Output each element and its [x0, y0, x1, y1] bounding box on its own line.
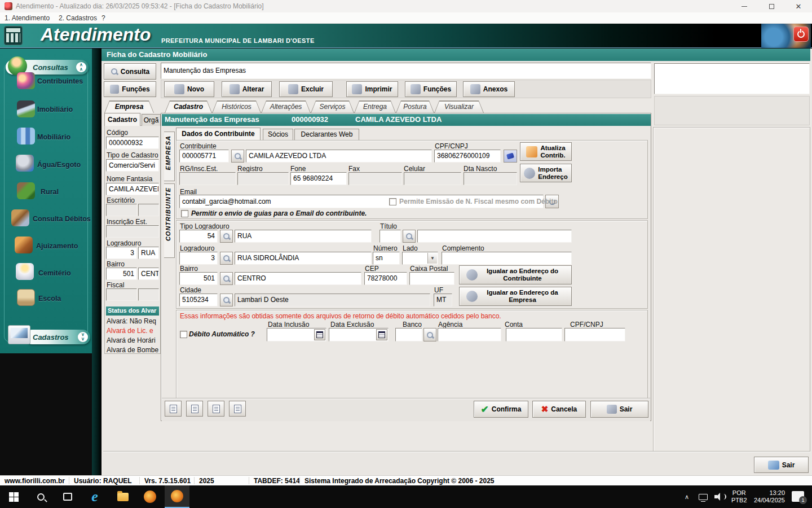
menu-help[interactable]: ? [102, 14, 105, 22]
cemiterio-icon[interactable] [16, 263, 34, 280]
logradouro-search[interactable] [220, 252, 233, 265]
file-explorer-icon[interactable] [111, 485, 135, 508]
side-tab-empresa[interactable]: EMPRESA [164, 132, 175, 181]
fiscal-field-1[interactable] [106, 288, 137, 301]
sidebar-item-ajuizamento[interactable]: Ajuizamento [36, 242, 78, 250]
bairro-num-field2[interactable]: 501 [179, 272, 218, 285]
escritorio-field-1[interactable] [106, 204, 137, 216]
tab-cadastro[interactable]: Cadastro [165, 100, 212, 113]
tab-visualizar[interactable]: Visualizar [434, 100, 484, 113]
menu-atendimento[interactable]: 1. Atendimento [5, 14, 50, 22]
close-button[interactable]: ✕ [786, 0, 811, 12]
tipo-cadastro-field[interactable]: Comercio/Servi [106, 159, 159, 172]
app-icon-1[interactable] [138, 485, 162, 508]
tab-dados-contribuinte[interactable]: Dados do Contribuinte [176, 128, 261, 140]
consulta-debitos-icon[interactable] [11, 209, 29, 226]
chevron-up-icon[interactable]: ∧∧ [76, 62, 86, 72]
banco-field[interactable] [395, 328, 422, 341]
registro-field[interactable] [237, 172, 289, 185]
power-button[interactable] [793, 27, 809, 42]
cancela-button[interactable]: ✖Cancela [532, 401, 586, 418]
tab-declarantes[interactable]: Declarantes Web [294, 129, 359, 140]
nav-next-button[interactable] [208, 401, 224, 417]
cidade-field[interactable]: Lambari D Oeste [235, 294, 430, 306]
taskbar-search-icon[interactable] [28, 485, 53, 508]
cep-field[interactable]: 78278000 [364, 272, 407, 285]
volume-icon[interactable] [711, 485, 728, 508]
nome-fantasia-field[interactable]: CAMILA AZEVED [106, 183, 159, 195]
form-sair-button[interactable]: Sair [590, 401, 648, 418]
imobiliario-icon[interactable] [17, 100, 35, 117]
nav-last-button[interactable] [229, 401, 246, 417]
cidade-search[interactable] [220, 294, 233, 306]
cidade-num-field[interactable]: 5105234 [179, 294, 218, 306]
tab-socios[interactable]: Sócios [263, 129, 293, 140]
logradouro-field[interactable]: RUA [138, 247, 159, 259]
action-center-icon[interactable]: 1 [792, 491, 804, 502]
titulo-num-field[interactable] [379, 230, 401, 243]
escritorio-field-2[interactable] [138, 204, 159, 216]
data-inclusao-field[interactable] [267, 328, 326, 341]
tipo-logradouro-num-field[interactable]: 54 [179, 230, 218, 243]
sidebar-item-imobiliario[interactable]: Imobiliário [37, 106, 73, 113]
bairro-field2[interactable]: CENTRO [235, 272, 361, 285]
sidebar-item-consulta-debitos[interactable]: Consulta Débitos [33, 215, 91, 223]
clock[interactable]: 13:2024/04/2025 [750, 489, 785, 504]
numero-field[interactable]: sn [373, 252, 400, 265]
side-tab-contribuinte[interactable]: CONTRIBUINTE [164, 183, 175, 258]
contribuinte-search-button[interactable] [231, 150, 244, 163]
igualar-empresa-button[interactable]: Igualar ao Endereço da Empresa [459, 287, 572, 306]
fiscal-field-2[interactable] [138, 288, 159, 301]
side-tab-orgao[interactable]: Orgã [142, 114, 161, 126]
tab-entrega[interactable]: Entrega [354, 100, 396, 113]
cadastros-icon[interactable] [8, 325, 30, 344]
escola-icon[interactable] [17, 289, 35, 306]
cpf-field[interactable]: 36806276000109 [434, 150, 501, 163]
titulo-search[interactable] [403, 230, 416, 243]
sidebar-item-cemiterio[interactable]: Cemitério [38, 269, 71, 277]
consulta-button[interactable]: Consulta [104, 63, 156, 80]
logradouro-field2[interactable]: RUA SIDROLÂNDIA [235, 252, 372, 265]
nav-first-button[interactable] [165, 401, 182, 417]
nav-prev-button[interactable] [186, 401, 203, 417]
maximize-button[interactable] [759, 0, 784, 12]
sidebar-item-rural[interactable]: Rural [41, 188, 59, 196]
igualar-contribuinte-button[interactable]: Igualar ao Endereço do Contribuinte [459, 265, 572, 284]
confirma-button[interactable]: ✔Confirma [474, 401, 528, 418]
conta-field[interactable] [506, 328, 562, 341]
fone-field[interactable]: 65 96809224 [290, 172, 347, 185]
inscricao-field[interactable] [106, 225, 159, 238]
language-indicator[interactable]: PORPTB2 [731, 489, 747, 504]
debito-cpf-field[interactable] [564, 328, 625, 341]
debito-checkbox[interactable] [180, 331, 187, 338]
calendar-icon[interactable] [314, 329, 325, 340]
app-icon-2-active[interactable] [165, 485, 189, 508]
sidebar-item-mobiliario[interactable]: Mobiliário [37, 133, 70, 141]
tab-historicos[interactable]: Históricos [212, 100, 261, 113]
side-tab-cadastro[interactable]: Cadastro [104, 113, 140, 126]
tab-postura[interactable]: Postura [396, 100, 434, 113]
permite-emissao-checkbox[interactable] [389, 198, 396, 205]
atualiza-contrib-button[interactable]: AtualizaContrib. [520, 142, 572, 161]
ajuizamento-icon[interactable] [15, 237, 33, 253]
page-sair-button[interactable]: Sair [754, 457, 809, 473]
funcoes-button[interactable]: Funções [104, 81, 156, 97]
complemento-field[interactable] [442, 252, 572, 265]
contribuinte-name-field[interactable]: CAMILA AZEVEDO LTDA [246, 150, 432, 163]
sidebar-item-agua-esgoto[interactable]: Água/Esgoto [37, 161, 81, 169]
tab-empresa[interactable]: Empresa [104, 100, 154, 113]
tray-chevron-icon[interactable]: ∧ [679, 485, 694, 508]
data-exclusao-field[interactable] [329, 328, 389, 341]
minimize-button[interactable] [732, 0, 757, 12]
rural-icon[interactable] [17, 182, 35, 199]
tipo-logradouro-field[interactable]: RUA [235, 230, 372, 243]
bairro-search[interactable] [220, 272, 233, 285]
sidebar-group-cadastros[interactable]: Cadastros ∨∨ [25, 330, 90, 344]
permitir-envio-checkbox[interactable] [181, 210, 188, 217]
tab-alteracoes[interactable]: Alterações [261, 100, 311, 113]
network-icon[interactable] [695, 485, 711, 508]
excluir-button[interactable]: Excluir [279, 81, 333, 97]
contribuintes-icon[interactable] [17, 72, 35, 89]
dtanascto-field[interactable] [464, 172, 517, 185]
fax-field[interactable] [348, 172, 402, 185]
